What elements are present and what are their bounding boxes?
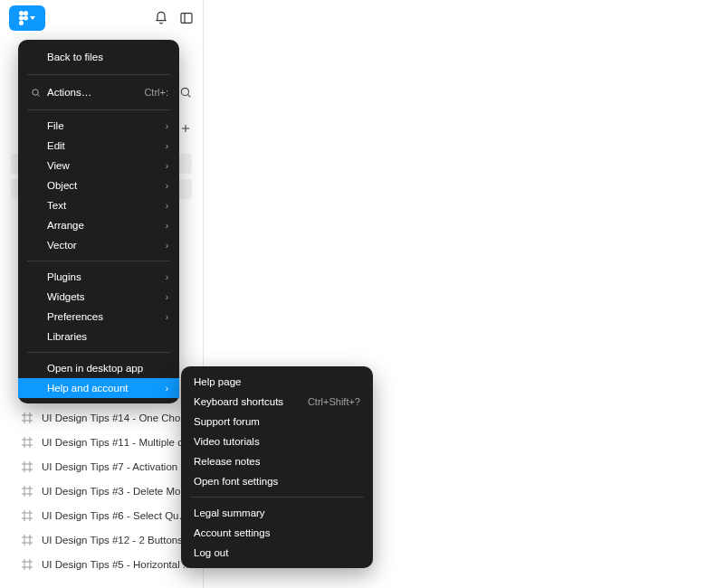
submenu-help-page[interactable]: Help page xyxy=(181,372,373,392)
menu-object[interactable]: Object› xyxy=(18,175,179,195)
submenu-item-label: Support forum xyxy=(194,416,360,427)
menu-plugins[interactable]: Plugins› xyxy=(18,267,179,287)
svg-rect-4 xyxy=(19,21,24,25)
menu-actions[interactable]: Actions… Ctrl+: xyxy=(18,81,179,104)
layer-row[interactable]: UI Design Tips #11 - Multiple ch… xyxy=(0,430,203,454)
submenu-release-notes[interactable]: Release notes xyxy=(181,451,373,471)
menu-item-label: Widgets xyxy=(47,291,166,302)
layer-row[interactable]: UI Design Tips #7 - Activation xyxy=(0,454,203,479)
chevron-right-icon: › xyxy=(166,241,168,251)
submenu-open-font-settings[interactable]: Open font settings xyxy=(181,471,373,491)
topbar xyxy=(0,0,203,36)
menu-preferences[interactable]: Preferences› xyxy=(18,307,179,327)
svg-line-8 xyxy=(187,94,190,97)
chevron-right-icon: › xyxy=(166,272,168,282)
search-icon xyxy=(29,88,42,98)
svg-rect-1 xyxy=(24,11,28,15)
frame-icon xyxy=(22,461,33,472)
chevron-right-icon: › xyxy=(166,384,168,394)
menu-libraries[interactable]: Libraries xyxy=(18,327,179,346)
menu-view[interactable]: View› xyxy=(18,156,179,175)
layer-name: UI Design Tips #7 - Activation xyxy=(42,461,177,472)
svg-rect-2 xyxy=(19,15,24,20)
menu-item-label: Text xyxy=(47,200,166,211)
menu-file[interactable]: File› xyxy=(18,116,179,136)
frame-icon xyxy=(22,486,33,497)
menu-item-label: Arrange xyxy=(47,220,166,231)
topbar-actions xyxy=(154,11,194,25)
submenu-item-shortcut: Ctrl+Shift+? xyxy=(308,396,360,407)
submenu-item-label: Account settings xyxy=(194,527,360,538)
submenu-item-label: Log out xyxy=(194,547,360,558)
chevron-right-icon: › xyxy=(166,161,168,171)
menu-item-label: Open in desktop app xyxy=(47,363,168,374)
sidebar-icon xyxy=(179,11,194,25)
menu-vector[interactable]: Vector› xyxy=(18,235,179,255)
chevron-right-icon: › xyxy=(166,141,168,151)
main-menu-button[interactable] xyxy=(9,5,45,31)
submenu-item-label: Legal summary xyxy=(194,507,360,518)
chevron-right-icon: › xyxy=(166,221,168,231)
submenu-item-label: Keyboard shortcuts xyxy=(194,396,308,407)
menu-widgets[interactable]: Widgets› xyxy=(18,287,179,307)
menu-separator xyxy=(27,74,170,75)
svg-point-3 xyxy=(24,16,28,21)
menu-separator xyxy=(27,261,170,261)
submenu-keyboard-shortcuts[interactable]: Keyboard shortcutsCtrl+Shift+? xyxy=(181,392,373,412)
frame-icon xyxy=(22,535,33,545)
chevron-right-icon: › xyxy=(166,292,168,302)
layer-name: UI Design Tips #5 - Horizontal Al… xyxy=(42,559,194,570)
frame-icon xyxy=(22,559,33,570)
menu-back-to-files[interactable]: Back to files xyxy=(18,45,179,69)
svg-rect-5 xyxy=(181,14,192,24)
add-button[interactable] xyxy=(179,122,192,135)
layer-row[interactable]: UI Design Tips #12 - 2 Buttons xyxy=(0,527,203,552)
menu-separator xyxy=(27,352,170,353)
menu-separator xyxy=(190,497,364,498)
bell-icon xyxy=(154,11,168,25)
submenu-support-forum[interactable]: Support forum xyxy=(181,412,373,432)
svg-line-12 xyxy=(37,94,39,96)
chevron-right-icon: › xyxy=(166,312,168,322)
notifications-button[interactable] xyxy=(154,11,168,25)
search-icon xyxy=(179,86,192,99)
layer-row[interactable]: UI Design Tips #6 - Select Quan… xyxy=(0,503,203,527)
menu-item-label: Back to files xyxy=(47,52,168,62)
main-menu-dropdown: Back to files Actions… Ctrl+: File› Edit… xyxy=(18,40,179,403)
menu-item-label: Object xyxy=(47,180,166,191)
submenu-legal-summary[interactable]: Legal summary xyxy=(181,503,373,523)
menu-edit[interactable]: Edit› xyxy=(18,136,179,156)
chevron-right-icon: › xyxy=(166,121,168,131)
search-button[interactable] xyxy=(179,86,192,99)
submenu-video-tutorials[interactable]: Video tutorials xyxy=(181,432,373,451)
svg-point-11 xyxy=(32,89,37,94)
layer-name: UI Design Tips #6 - Select Quan… xyxy=(42,510,194,521)
menu-item-label: File xyxy=(47,120,166,131)
svg-point-7 xyxy=(181,88,188,95)
menu-item-label: Edit xyxy=(47,140,166,151)
submenu-account-settings[interactable]: Account settings xyxy=(181,523,373,543)
layer-name: UI Design Tips #14 - One Choice xyxy=(42,413,194,423)
submenu-log-out[interactable]: Log out xyxy=(181,543,373,563)
layer-row[interactable]: UI Design Tips #5 - Horizontal Al… xyxy=(0,552,203,576)
layer-name: UI Design Tips #3 - Delete Moda… xyxy=(42,486,194,497)
layer-row[interactable]: UI Design Tips #14 - One Choice xyxy=(0,405,203,430)
chevron-down-icon xyxy=(30,16,35,20)
submenu-item-label: Video tutorials xyxy=(194,436,360,447)
left-panel: Back to files Actions… Ctrl+: File› Edit… xyxy=(0,0,204,588)
toggle-panel-button[interactable] xyxy=(179,11,194,25)
menu-open-desktop[interactable]: Open in desktop app xyxy=(18,358,179,378)
chevron-right-icon: › xyxy=(166,181,168,191)
menu-help-account[interactable]: Help and account› xyxy=(18,378,179,398)
svg-rect-0 xyxy=(19,11,24,15)
menu-text[interactable]: Text› xyxy=(18,195,179,215)
layer-row[interactable]: UI Design Tips #3 - Delete Moda… xyxy=(0,479,203,503)
menu-item-label: Preferences xyxy=(47,311,166,322)
menu-item-label: Plugins xyxy=(47,271,166,282)
layer-name: UI Design Tips #11 - Multiple ch… xyxy=(42,437,194,448)
frame-icon xyxy=(22,510,33,521)
menu-arrange[interactable]: Arrange› xyxy=(18,215,179,235)
chevron-right-icon: › xyxy=(166,201,168,211)
frame-icon xyxy=(22,437,33,448)
figma-logo-icon xyxy=(19,11,28,25)
